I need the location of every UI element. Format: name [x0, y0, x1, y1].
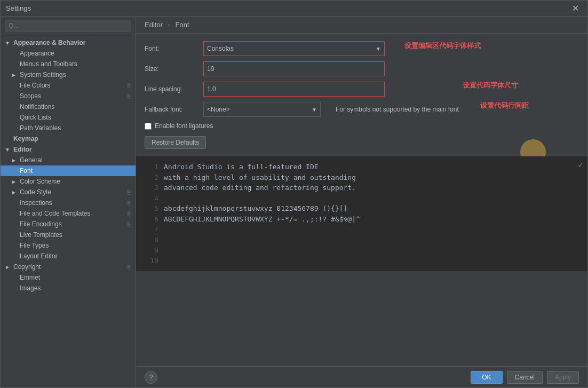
sidebar-item-font[interactable]: Font [1, 165, 136, 176]
sidebar-item-file-types[interactable]: File Types [1, 240, 136, 251]
copy-icon: ⎘ [128, 189, 131, 195]
arrow-icon: ► [11, 157, 18, 163]
sidebar-item-label: Live Templates [20, 231, 62, 239]
cancel-button[interactable]: Cancel [507, 371, 543, 384]
sidebar-item-copyright[interactable]: ►Copyright⎘ [1, 262, 136, 272]
sidebar-item-quick-lists[interactable]: Quick Lists [1, 112, 136, 123]
sidebar-item-general[interactable]: ►General [1, 155, 136, 165]
sidebar-item-label: Editor [13, 146, 32, 153]
search-box [1, 17, 136, 35]
fallback-font-row: Fallback font: <None> ▼ For symbols not … [145, 102, 579, 117]
sidebar-item-keymap[interactable]: Keymap [1, 133, 136, 144]
line-spacing-label: Line spacing: [145, 85, 203, 93]
line-number: 7 [144, 224, 158, 235]
sidebar-item-scopes[interactable]: Scopes⎘ [1, 91, 136, 101]
apply-button[interactable]: Apply [547, 371, 579, 384]
breadcrumb-sep: › [168, 21, 170, 29]
line-number: 1 [144, 162, 158, 172]
ligatures-checkbox[interactable] [145, 123, 152, 130]
font-dropdown-icon[interactable]: ▼ [376, 46, 381, 52]
sidebar-item-label: General [20, 156, 43, 164]
preview-line: 6ABCDEFGHIJKLMNOPQRSTUVWXYZ +-*/= .,;:!?… [144, 214, 580, 225]
font-select-box[interactable]: Consolas ▼ [203, 41, 385, 56]
line-content: abcdefghijklmnopqrstuvwxyz 0123456789 ()… [164, 203, 347, 214]
fallback-dropdown-icon[interactable]: ▼ [312, 107, 317, 113]
sidebar-item-file-code-templates[interactable]: File and Code Templates⎘ [1, 208, 136, 219]
sidebar-item-system-settings[interactable]: ►System Settings [1, 69, 136, 80]
sidebar-item-label: File Encodings [20, 220, 62, 228]
fallback-select-box[interactable]: <None> ▼ [203, 102, 321, 117]
sidebar-item-inspections[interactable]: Inspections⎘ [1, 197, 136, 208]
sidebar-item-live-templates[interactable]: Live Templates [1, 229, 136, 240]
preview-line: 2with a high level of usability and outs… [144, 172, 580, 183]
line-number: 9 [144, 245, 158, 256]
copy-icon: ⎘ [128, 82, 131, 89]
sidebar-tree: ▼Appearance & BehaviorAppearanceMenus an… [1, 35, 136, 387]
close-button[interactable]: ✕ [569, 2, 582, 14]
sidebar-item-color-scheme[interactable]: ►Color Scheme [1, 176, 136, 187]
font-row: Font: Consolas ▼ [145, 41, 579, 56]
sidebar-item-path-variables[interactable]: Path Variables [1, 123, 136, 133]
sidebar-item-notifications[interactable]: Notifications [1, 101, 136, 112]
arrow-icon: ▼ [5, 40, 11, 46]
sidebar-item-emmet[interactable]: Emmet [1, 272, 136, 283]
sidebar-item-editor[interactable]: ▼Editor [1, 144, 136, 155]
line-content: Android Studio is a full-featured IDE [164, 162, 319, 172]
sidebar-item-label: Keymap [13, 135, 38, 142]
sidebar-item-label: System Settings [20, 71, 66, 78]
size-value: 19 [207, 65, 214, 73]
copy-icon: ⎘ [128, 200, 131, 206]
ok-button[interactable]: OK [471, 371, 502, 384]
restore-defaults-button[interactable]: Restore Defaults [145, 136, 206, 149]
fallback-label: Fallback font: [145, 106, 203, 113]
sidebar-item-menus-toolbars[interactable]: Menus and Toolbars [1, 59, 136, 69]
settings-window: Settings ✕ ▼Appearance & BehaviorAppeara… [0, 0, 588, 388]
fallback-note: For symbols not supported by the main fo… [336, 106, 459, 113]
sidebar-item-code-style[interactable]: ►Code Style⎘ [1, 187, 136, 197]
preview-line: 7 [144, 224, 580, 235]
preview-line: 5abcdefghijklmnopqrstuvwxyz 0123456789 (… [144, 203, 580, 214]
line-number: 8 [144, 235, 158, 246]
font-label: Font: [145, 45, 203, 52]
line-number: 4 [144, 193, 158, 204]
line-number: 2 [144, 172, 158, 183]
size-label: Size: [145, 65, 203, 73]
breadcrumb-part1: Editor [145, 21, 163, 29]
main-content: ▼Appearance & BehaviorAppearanceMenus an… [1, 17, 587, 387]
preview-line: 3advanced code editing and refactoring s… [144, 183, 580, 193]
help-button[interactable]: ? [145, 371, 157, 384]
line-number: 5 [144, 203, 158, 214]
sidebar-item-file-colors[interactable]: File Colors⎘ [1, 80, 136, 91]
sidebar-item-label: Quick Lists [20, 114, 51, 121]
line-spacing-box[interactable]: 1.0 [203, 82, 385, 97]
line-content: advanced code editing and refactoring su… [164, 183, 356, 193]
copy-icon: ⎘ [128, 210, 131, 217]
sidebar-item-label: File Colors [20, 82, 50, 89]
preview-line: 1Android Studio is a full-featured IDE [144, 162, 580, 172]
preview-area: ✓ 1Android Studio is a full-featured IDE… [136, 156, 587, 271]
sidebar-item-appearance-behavior[interactable]: ▼Appearance & Behavior [1, 37, 136, 48]
fallback-select-value: <None> [207, 106, 312, 113]
arrow-icon: ► [5, 264, 11, 270]
sidebar-item-label: Copyright [13, 263, 41, 271]
copy-icon: ⎘ [128, 93, 131, 99]
sidebar-item-label: File and Code Templates [20, 210, 91, 217]
size-row: Size: 19 [145, 61, 579, 76]
panel-header: Editor › Font [136, 17, 587, 34]
search-input[interactable] [5, 20, 131, 31]
preview-line: 9 [144, 245, 580, 256]
sidebar-item-label: Path Variables [20, 124, 61, 132]
sidebar-item-label: Code Style [20, 188, 51, 196]
copy-icon: ⎘ [128, 264, 131, 270]
sidebar-item-label: Images [20, 284, 41, 292]
sidebar-item-label: Appearance & Behavior [13, 39, 85, 46]
preview-line: 4 [144, 193, 580, 204]
sidebar-item-label: Inspections [20, 199, 52, 207]
ligatures-label[interactable]: Enable font ligatures [155, 122, 213, 130]
sidebar-item-images[interactable]: Images [1, 283, 136, 294]
sidebar-item-label: Menus and Toolbars [20, 60, 77, 68]
sidebar-item-layout-editor[interactable]: Layout Editor [1, 251, 136, 262]
size-field-box[interactable]: 19 [203, 61, 385, 76]
sidebar-item-file-encodings[interactable]: File Encodings⎘ [1, 219, 136, 229]
sidebar-item-appearance[interactable]: Appearance [1, 48, 136, 59]
